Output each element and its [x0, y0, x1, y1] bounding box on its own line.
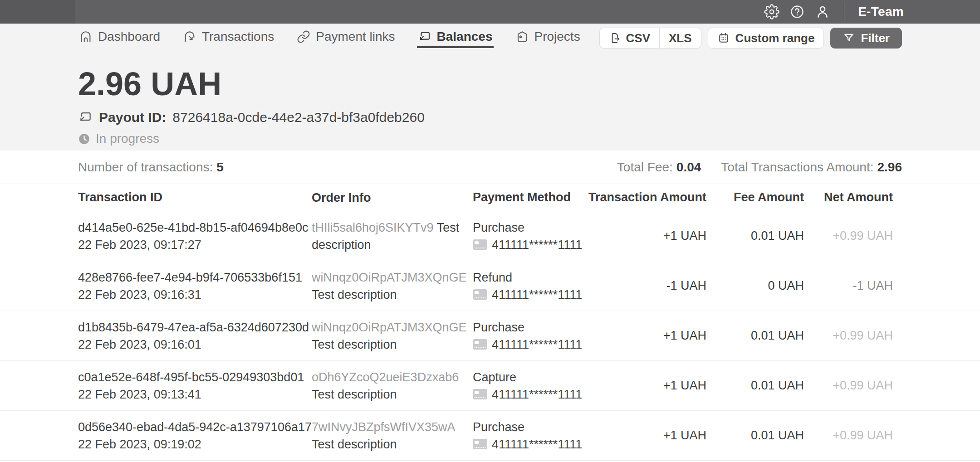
export-file-icon — [609, 32, 622, 44]
table-row[interactable]: d414a5e0-625e-41bd-8b15-af04694b8e0c 22 … — [0, 211, 980, 261]
payout-icon — [78, 110, 93, 125]
payment-method-cell: Capture 411111******1111 — [473, 369, 575, 403]
transaction-id: c0a1e52e-648f-495f-bc55-02949303bd01 — [78, 369, 312, 386]
tab-dashboard[interactable]: Dashboard — [78, 27, 161, 48]
transaction-id-cell: d1b8435b-6479-47ea-af5a-6324d607230d 22 … — [78, 319, 312, 353]
payment-method-cell: Refund 411111******1111 — [473, 269, 575, 303]
payout-summary: 2.96 UAH Payout ID: 8726418a-0cde-44e2-a… — [0, 56, 980, 151]
tab-label: Dashboard — [98, 29, 160, 44]
payment-method-cell: Purchase 411111******1111 — [473, 219, 575, 253]
order-description: Test description — [312, 338, 397, 351]
topbar-divider — [844, 3, 844, 20]
payment-method-cell: Purchase 411111******1111 — [473, 319, 575, 353]
transactions-count-value: 5 — [216, 160, 224, 174]
card-icon — [473, 289, 487, 300]
card-number: 411111******1111 — [492, 436, 582, 453]
table-row[interactable]: d1b8435b-6479-47ea-af5a-6324d607230d 22 … — [0, 311, 980, 361]
order-reference: wiNnqz0OiRpATJM3XQnGE — [312, 321, 467, 334]
table-row[interactable]: c0a1e52e-648f-495f-bc55-02949303bd01 22 … — [0, 361, 980, 411]
tab-label: Payment links — [316, 29, 395, 44]
table-body: d414a5e0-625e-41bd-8b15-af04694b8e0c 22 … — [0, 211, 980, 461]
card-icon — [473, 339, 487, 350]
xls-label: XLS — [669, 31, 692, 45]
filter-button[interactable]: Filter — [830, 28, 902, 49]
order-reference: tHIli5sal6hoj6SIKYTv9 — [312, 221, 434, 234]
card-number: 411111******1111 — [492, 386, 582, 403]
help-icon[interactable] — [789, 4, 805, 19]
totals-strip: Number of transactions:5 Total Fee:0.04 … — [0, 151, 980, 184]
payment-type: Purchase — [473, 219, 575, 236]
order-info-cell: wiNnqz0OiRpATJM3XQnGE Test description — [312, 319, 473, 353]
tab-transactions[interactable]: Transactions — [182, 27, 275, 48]
tab-payment-links[interactable]: Payment links — [296, 27, 396, 48]
table-row[interactable]: 428e8766-fee7-4e94-b9f4-706533b6f151 22 … — [0, 261, 980, 311]
transaction-datetime: 22 Feb 2023, 09:13:41 — [78, 386, 312, 403]
tab-projects[interactable]: Projects — [514, 27, 581, 48]
payout-amount: 2.96 UAH — [78, 66, 902, 102]
transaction-id-cell: 0d56e340-ebad-4da5-942c-a13797106a17 22 … — [78, 418, 312, 453]
balance-icon — [418, 30, 431, 44]
table-header: Transaction ID Order Info Payment Method… — [0, 184, 980, 211]
transactions-icon — [183, 30, 196, 44]
total-fee-label: Total Fee: — [617, 160, 673, 174]
status-badge: In progress — [96, 131, 159, 146]
user-icon[interactable] — [815, 4, 830, 19]
col-transaction-amount: Transaction Amount — [575, 190, 706, 204]
team-selector[interactable]: E-Team — [858, 5, 904, 19]
csv-button[interactable]: CSV — [600, 28, 659, 48]
transaction-datetime: 22 Feb 2023, 09:16:01 — [78, 336, 312, 353]
card-number: 411111******1111 — [492, 236, 582, 253]
clock-icon — [78, 133, 90, 145]
transaction-datetime: 22 Feb 2023, 09:17:27 — [78, 236, 312, 253]
net-amount: +0.99 UAH — [804, 379, 902, 393]
order-info-cell: oDh6YZcoQ2ueiE3Dzxab6 Test description — [312, 369, 473, 403]
nav-actions: CSV XLS Custom range Filter — [599, 28, 902, 49]
order-description: Test description — [312, 388, 397, 401]
payment-type: Purchase — [473, 319, 575, 336]
total-amount-value: 2.96 — [877, 160, 902, 174]
custom-range-label: Custom range — [735, 31, 815, 45]
total-amount-label: Total Transactions Amount: — [721, 160, 873, 174]
card-icon — [473, 389, 487, 399]
transactions-count: Number of transactions:5 — [78, 160, 224, 175]
xls-button[interactable]: XLS — [659, 28, 701, 48]
net-amount: +0.99 UAH — [804, 329, 902, 343]
card-icon — [473, 439, 487, 449]
transaction-amount: -1 UAH — [575, 279, 706, 293]
order-info-cell: 7wINvyJBZpfsWfIVX35wA Test description — [312, 418, 473, 453]
transaction-id-cell: 428e8766-fee7-4e94-b9f4-706533b6f151 22 … — [78, 269, 312, 303]
order-reference: wiNnqz0OiRpATJM3XQnGE — [312, 271, 467, 284]
export-button-group: CSV XLS — [599, 28, 701, 49]
transaction-id-cell: d414a5e0-625e-41bd-8b15-af04694b8e0c 22 … — [78, 219, 312, 253]
settings-icon[interactable] — [764, 4, 779, 19]
fee-amount: 0.01 UAH — [706, 428, 804, 443]
home-icon — [79, 30, 93, 44]
topbar-actions: E-Team — [764, 3, 980, 20]
custom-range-button[interactable]: Custom range — [708, 28, 824, 49]
payout-id-row: Payout ID: 8726418a-0cde-44e2-a37d-bf3a0… — [78, 110, 902, 125]
payout-id-label: Payout ID: — [99, 110, 166, 125]
order-info-cell: tHIli5sal6hoj6SIKYTv9 Test description — [312, 219, 473, 253]
net-amount: +0.99 UAH — [804, 428, 902, 443]
tab-balances[interactable]: Balances — [417, 27, 494, 48]
total-fee-value: 0.04 — [676, 160, 701, 174]
transaction-amount: +1 UAH — [575, 379, 706, 393]
transaction-datetime: 22 Feb 2023, 09:16:31 — [78, 286, 312, 303]
card-icon — [473, 239, 487, 250]
totals-right: Total Fee:0.04 Total Transactions Amount… — [617, 160, 902, 175]
table-row[interactable]: 0d56e340-ebad-4da5-942c-a13797106a17 22 … — [0, 411, 980, 461]
fee-amount: 0.01 UAH — [706, 329, 804, 343]
payment-method-cell: Purchase 411111******1111 — [473, 418, 575, 453]
payout-status-row: In progress — [78, 132, 902, 145]
transactions-count-label: Number of transactions: — [78, 160, 213, 174]
calendar-icon — [717, 32, 730, 44]
col-fee-amount: Fee Amount — [706, 190, 804, 204]
card-number: 411111******1111 — [492, 336, 582, 353]
tab-label: Projects — [534, 29, 580, 44]
net-amount: -1 UAH — [804, 279, 902, 293]
order-info-cell: wiNnqz0OiRpATJM3XQnGE Test description — [312, 269, 473, 303]
tab-label: Balances — [437, 29, 493, 44]
transaction-id: 0d56e340-ebad-4da5-942c-a13797106a17 — [78, 418, 312, 436]
filter-label: Filter — [861, 31, 890, 45]
payment-type: Capture — [473, 369, 575, 386]
